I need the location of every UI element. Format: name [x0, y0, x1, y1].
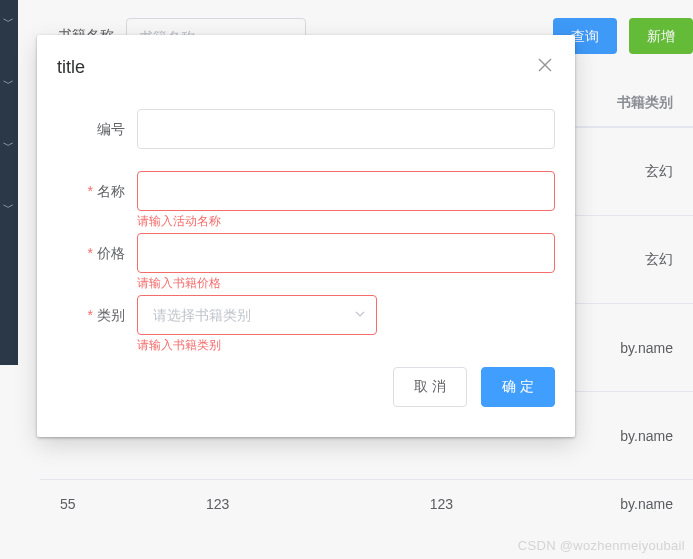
- error-category: 请输入书籍类别: [137, 335, 221, 351]
- dialog-body: 编号 *名称 请输入活动名称 *价格 请输入书籍价格: [37, 89, 575, 335]
- dialog: title 编号 *名称 请输入活动名称 *价格: [37, 35, 575, 437]
- chevron-down-icon: [354, 296, 366, 334]
- confirm-button[interactable]: 确 定: [481, 367, 555, 407]
- id-input[interactable]: [137, 109, 555, 149]
- form-item-price: *价格 请输入书籍价格: [57, 233, 555, 273]
- dialog-title: title: [57, 57, 85, 77]
- price-input[interactable]: [137, 233, 555, 273]
- close-icon[interactable]: [535, 55, 555, 75]
- form-item-name: *名称 请输入活动名称: [57, 171, 555, 211]
- label-price: *价格: [57, 233, 137, 273]
- error-price: 请输入书籍价格: [137, 273, 221, 289]
- cancel-button[interactable]: 取 消: [393, 367, 467, 407]
- category-select[interactable]: 请选择书籍类别: [137, 295, 377, 335]
- dialog-header: title: [37, 35, 575, 89]
- dialog-footer: 取 消 确 定: [37, 357, 575, 427]
- select-placeholder: 请选择书籍类别: [153, 307, 251, 323]
- error-name: 请输入活动名称: [137, 211, 221, 227]
- label-id: 编号: [57, 109, 137, 149]
- label-category: *类别: [57, 295, 137, 335]
- name-input[interactable]: [137, 171, 555, 211]
- form-item-id: 编号: [57, 109, 555, 149]
- label-name: *名称: [57, 171, 137, 211]
- form-item-category: *类别 请选择书籍类别 请输入书籍类别: [57, 295, 555, 335]
